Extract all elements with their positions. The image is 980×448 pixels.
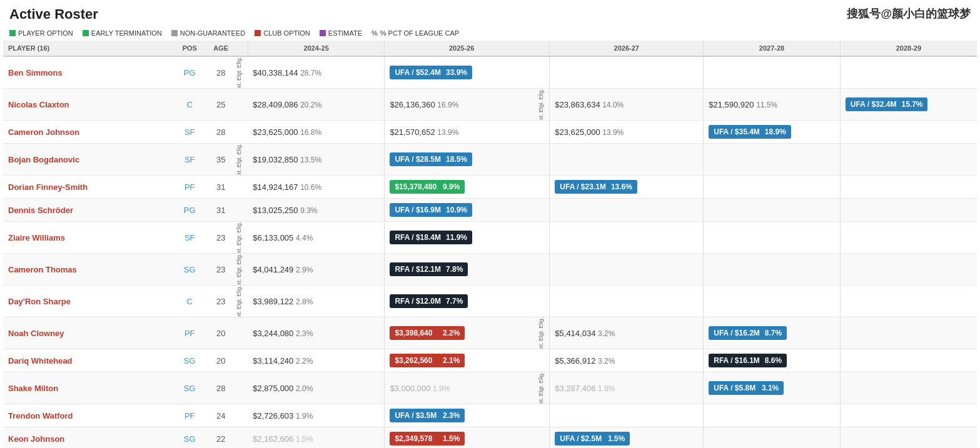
player-name-cell[interactable]: Bojan Bogdanovic [3, 144, 174, 176]
player-name[interactable]: Dennis Schröder [8, 206, 73, 215]
player-name-cell[interactable]: Dennis Schröder [3, 199, 174, 222]
col-header-2028: 2028-29 [840, 41, 977, 56]
salary-2526-cell: UFA / $16.9M 10.9% [385, 199, 538, 222]
pct-2425: 9.3% [300, 206, 317, 215]
salary-2425-gray: $2,162,606 [253, 434, 293, 444]
salary-2627-cell [550, 144, 704, 176]
xt-col-1: xt. Elgt. Elig. [236, 222, 248, 254]
legend-label-non-guaranteed: NON-GUARANTEED [180, 29, 246, 37]
salary-tag: UFA / $52.4M 33.9% [390, 66, 472, 79]
salary-2425: $2,875,000 [253, 384, 293, 393]
salary-2829-cell [840, 144, 977, 176]
player-name-cell[interactable]: Ziaire Williams [3, 222, 174, 254]
tag-label: UFA / $2.5M [560, 434, 603, 443]
player-pos-cell: C [174, 286, 205, 317]
salary-2425-cell: $28,409,086 20.2% [248, 89, 385, 121]
salary-2425: $3,114,240 [253, 356, 293, 366]
tag-label: $3,262,560 [395, 356, 438, 365]
salary-2425-cell: $3,244,080 2.3% [248, 317, 385, 349]
table-row: Nicolas Claxton C 25 $28,409,086 20.2% $… [3, 89, 977, 121]
player-name[interactable]: Cameron Thomas [8, 265, 77, 274]
salary-2627-gray: $3,287,406 [555, 384, 595, 393]
player-option-dot [9, 30, 16, 36]
player-age-cell: 31 [205, 176, 236, 199]
player-name[interactable]: Nicolas Claxton [8, 100, 69, 109]
tag-pct: 9.9% [443, 182, 460, 191]
player-name[interactable]: Dariq Whitehead [8, 356, 73, 366]
player-age-cell: 28 [205, 56, 236, 89]
player-age-cell: 20 [205, 349, 236, 372]
salary-2526-cell: $21,570,652 13.9% [385, 121, 538, 144]
player-age-cell: 28 [205, 121, 236, 144]
salary-2728-cell [704, 144, 841, 176]
salary-2728-cell [704, 254, 841, 286]
player-pos-cell: PG [174, 199, 205, 222]
player-pos-cell: C [174, 89, 205, 121]
player-name-cell[interactable]: Noah Clowney [3, 317, 174, 349]
player-name-cell[interactable]: Cameron Johnson [3, 121, 174, 144]
estimate-dot [320, 30, 326, 36]
player-name-cell[interactable]: Day'Ron Sharpe [3, 286, 174, 317]
xt-col-1: xt. Elgt. Elig. [236, 144, 248, 176]
player-name[interactable]: Noah Clowney [8, 329, 64, 338]
player-name[interactable]: Day'Ron Sharpe [8, 297, 71, 306]
player-name[interactable]: Keon Johnson [8, 434, 64, 444]
xt-col-2 [538, 176, 550, 199]
tag-pct: 15.7% [901, 100, 922, 109]
salary-2829-cell [840, 121, 977, 144]
tag-label: UFA / $16.9M [395, 206, 441, 214]
legend-label-player-option: PLAYER OPTION [18, 29, 73, 37]
player-name[interactable]: Ziaire Williams [8, 233, 65, 242]
tag-pct: 7.7% [446, 297, 463, 306]
salary-2425-cell: $2,875,000 2.0% [248, 372, 385, 404]
salary-tag: $2,349,578 1.5% [390, 432, 465, 446]
player-name[interactable]: Trendon Watford [8, 411, 73, 421]
table-row: Day'Ron Sharpe C 23 xt. Elgt. Elig. $3,9… [3, 286, 977, 317]
pct-2425: 2.9% [296, 266, 313, 274]
salary-2526: $26,136,360 [390, 100, 435, 109]
tag-pct: 33.9% [446, 68, 467, 77]
tag-label: UFA / $3.5M [395, 411, 438, 420]
player-name[interactable]: Cameron Johnson [8, 127, 79, 137]
legend-club-option: CLUB OPTION [255, 29, 310, 37]
xt-col-1: xt. Elgt. Elig. [236, 286, 248, 317]
xt-col-1 [236, 404, 248, 427]
roster-table: PLAYER (16) POS AGE 2024-25 2025-26 2026… [3, 41, 977, 448]
tag-pct: 8.6% [765, 356, 782, 365]
roster-table-container: PLAYER (16) POS AGE 2024-25 2025-26 2026… [0, 41, 980, 448]
xt-col-1 [236, 317, 248, 349]
salary-2829-cell [840, 317, 977, 349]
salary-2425-cell: $40,338,144 28.7% [248, 56, 385, 89]
salary-2627-cell: $23,863,634 14.0% [550, 89, 704, 121]
player-name-cell[interactable]: Shake Milton [3, 372, 174, 404]
salary-2728-cell [704, 427, 841, 448]
player-name-cell[interactable]: Nicolas Claxton [3, 89, 174, 121]
tag-label: UFA / $35.4M [714, 127, 760, 136]
xt-col-2 [538, 56, 550, 89]
player-name-cell[interactable]: Cameron Thomas [3, 254, 174, 286]
player-name[interactable]: Dorian Finney-Smith [8, 182, 88, 192]
legend-early-termination: EARLY TERMINATION [83, 29, 162, 37]
salary-2627-cell: $23,625,000 13.9% [550, 121, 704, 144]
player-name[interactable]: Ben Simmons [8, 68, 63, 77]
salary-2425-cell: $13,025,250 9.3% [248, 199, 385, 222]
player-pos-cell: PF [174, 176, 205, 199]
salary-tag: $3,262,560 2.1% [390, 354, 465, 367]
salary-2829-cell [840, 372, 977, 404]
player-name[interactable]: Bojan Bogdanovic [8, 155, 79, 164]
col-header-player: PLAYER (16) [3, 41, 174, 56]
player-name-cell[interactable]: Ben Simmons [3, 56, 174, 89]
player-name-cell[interactable]: Dorian Finney-Smith [3, 176, 174, 199]
player-name-cell[interactable]: Dariq Whitehead [3, 349, 174, 372]
tag-label: $3,398,640 [395, 329, 438, 337]
player-name-cell[interactable]: Keon Johnson [3, 427, 174, 448]
pct-2425: 2.2% [296, 357, 313, 366]
table-row: Cameron Thomas SG 23 xt. Elgt. Elig. $4,… [3, 254, 977, 286]
pct-2526: 13.9% [437, 128, 458, 137]
player-name-cell[interactable]: Trendon Watford [3, 404, 174, 427]
player-age-cell: 23 [205, 222, 236, 254]
xt-col-2 [538, 427, 550, 448]
salary-2425: $6,133,005 [253, 233, 293, 242]
player-name[interactable]: Shake Milton [8, 384, 58, 393]
xt-col-2 [538, 349, 550, 372]
